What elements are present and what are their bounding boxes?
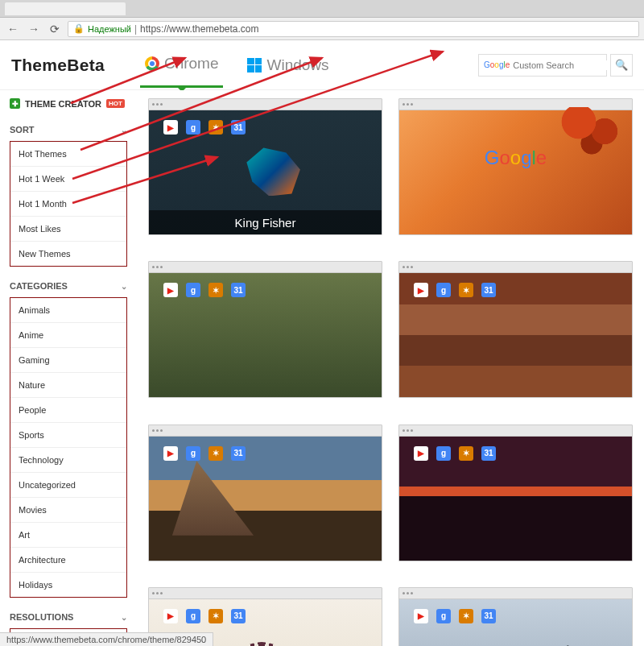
- browser-tab[interactable]: [5, 2, 126, 15]
- reload-button[interactable]: ⟳: [47, 21, 63, 37]
- butterfly-icon: ✶: [459, 609, 473, 623]
- sort-box: Hot ThemesHot 1 WeekHot 1 MonthMost Like…: [10, 141, 127, 267]
- sidebar: ✚ THEME CREATOR HOT SORT ⌄ Hot ThemesHot…: [0, 90, 137, 646]
- search-button[interactable]: 🔍: [610, 54, 633, 77]
- calendar-icon: 31: [481, 609, 496, 623]
- sort-item-hot-1-week[interactable]: Hot 1 Week: [10, 167, 126, 192]
- category-item-art[interactable]: Art: [10, 523, 126, 548]
- butterfly-icon: ✶: [208, 446, 223, 461]
- calendar-icon: 31: [231, 609, 246, 623]
- theme-card-yosemite[interactable]: ▶ g ✶ 31: [148, 424, 382, 561]
- youtube-icon: ▶: [414, 609, 428, 623]
- theme-title: King Fisher: [149, 210, 382, 234]
- youtube-icon: ▶: [414, 283, 428, 297]
- youtube-icon: ▶: [163, 609, 178, 623]
- category-item-animals[interactable]: Animals: [10, 298, 126, 323]
- sort-item-most-likes[interactable]: Most Likes: [10, 217, 126, 242]
- google-icon: g: [186, 609, 200, 623]
- google-logo-mini: Google: [484, 60, 510, 69]
- category-item-sports[interactable]: Sports: [10, 423, 126, 448]
- sort-header[interactable]: SORT ⌄: [10, 118, 127, 141]
- calendar-icon: 31: [231, 283, 246, 297]
- back-button[interactable]: ←: [5, 21, 21, 37]
- theme-card-autumn[interactable]: Google: [398, 98, 633, 235]
- chevron-down-icon: ⌄: [121, 126, 127, 135]
- chevron-down-icon: ⌄: [121, 282, 127, 291]
- search-input[interactable]: [513, 60, 624, 70]
- butterfly-icon: ✶: [208, 609, 223, 623]
- chrome-icon: [145, 56, 159, 71]
- categories-header[interactable]: CATEGORIES ⌄: [10, 275, 127, 297]
- theme-creator-icon: ✚: [10, 98, 20, 109]
- google-icon: g: [186, 283, 200, 297]
- site-header: ThemeBeta Chrome Windows Google 🔍: [0, 40, 644, 90]
- google-icon: g: [436, 283, 451, 297]
- category-item-technology[interactable]: Technology: [10, 448, 126, 473]
- magnifier-icon: 🔍: [615, 59, 628, 71]
- forward-button[interactable]: →: [26, 21, 42, 37]
- hot-badge: HOT: [106, 99, 125, 108]
- leaves-art: [559, 107, 624, 155]
- site-logo[interactable]: ThemeBeta: [11, 56, 105, 75]
- resolutions-header[interactable]: RESOLUTIONS ⌄: [10, 606, 127, 628]
- butterfly-icon: ✶: [459, 446, 473, 461]
- category-item-people[interactable]: People: [10, 398, 126, 423]
- google-icon: g: [436, 446, 451, 461]
- browser-tab-strip: [0, 0, 644, 18]
- youtube-icon: ▶: [163, 120, 178, 135]
- category-item-uncategorized[interactable]: Uncategorized: [10, 473, 126, 498]
- lock-icon: 🔒: [73, 23, 85, 34]
- address-bar[interactable]: 🔒 Надежный | https://www.themebeta.com: [68, 21, 639, 37]
- windows-icon: [247, 58, 262, 72]
- category-item-nature[interactable]: Nature: [10, 373, 126, 398]
- theme-card-bricks[interactable]: ▶ g ✶ 31: [398, 261, 633, 398]
- theme-card-kingfisher[interactable]: ▶ g ✶ 31 King Fisher: [148, 98, 382, 235]
- calendar-icon: 31: [231, 120, 246, 135]
- chevron-down-icon: ⌄: [121, 613, 127, 622]
- youtube-icon: ▶: [414, 446, 428, 461]
- category-item-architecture[interactable]: Architecture: [10, 548, 126, 573]
- sort-item-new-themes[interactable]: New Themes: [10, 242, 126, 266]
- theme-grid: ▶ g ✶ 31 King Fisher Google ▶ g ✶: [137, 90, 644, 646]
- search-box[interactable]: Google: [478, 54, 607, 77]
- google-icon: g: [186, 120, 200, 135]
- sort-item-hot-1-month[interactable]: Hot 1 Month: [10, 192, 126, 217]
- theme-card-sunset[interactable]: ▶ g ✶ 31: [398, 424, 633, 561]
- theme-card-tree[interactable]: ▶ g ✶ 31: [148, 261, 382, 398]
- category-item-gaming[interactable]: Gaming: [10, 348, 126, 373]
- sort-item-hot-themes[interactable]: Hot Themes: [10, 142, 126, 167]
- youtube-icon: ▶: [163, 283, 178, 297]
- calendar-icon: 31: [481, 446, 496, 461]
- secure-label: Надежный: [88, 24, 131, 34]
- tab-chrome[interactable]: Chrome: [140, 42, 224, 88]
- search-area: Google 🔍: [478, 54, 633, 77]
- google-icon: g: [186, 446, 200, 461]
- calendar-icon: 31: [481, 283, 496, 297]
- url-text: https://www.themebeta.com: [140, 23, 258, 35]
- butterfly-icon: ✶: [208, 283, 223, 297]
- category-item-movies[interactable]: Movies: [10, 498, 126, 523]
- categories-box: AnimalsAnimeGamingNaturePeopleSportsTech…: [10, 297, 127, 598]
- category-item-holidays[interactable]: Holidays: [10, 573, 126, 597]
- tab-windows[interactable]: Windows: [242, 43, 333, 87]
- google-logo: Google: [485, 147, 547, 169]
- google-icon: g: [436, 609, 451, 623]
- browser-toolbar: ← → ⟳ 🔒 Надежный | https://www.themebeta…: [0, 18, 644, 40]
- kingfisher-art: [246, 147, 303, 196]
- category-item-anime[interactable]: Anime: [10, 323, 126, 348]
- theme-card-house[interactable]: ▶ g ✶ 31 https://azbuka-ineta.ru: [398, 587, 633, 646]
- butterfly-icon: ✶: [459, 283, 473, 297]
- butterfly-icon: ✶: [208, 120, 223, 135]
- youtube-icon: ▶: [163, 446, 178, 461]
- calendar-icon: 31: [231, 446, 246, 461]
- status-bar-url: https://www.themebeta.com/chrome/theme/8…: [0, 632, 213, 646]
- theme-creator-link[interactable]: ✚ THEME CREATOR HOT: [10, 98, 127, 109]
